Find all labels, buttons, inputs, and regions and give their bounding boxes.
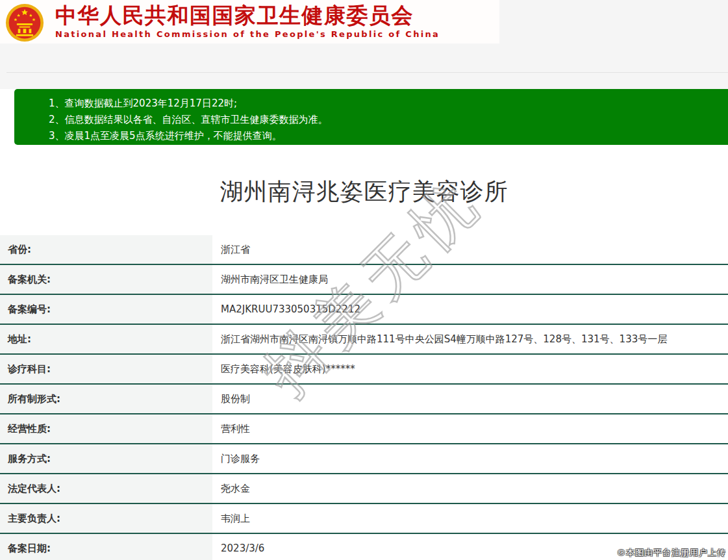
table-row-treatment-subjects: 诊疗科目: 医疗美容科(美容皮肤科)****** [0, 355, 728, 385]
site-title-zh: 中华人民共和国国家卫生健康委员会 [55, 5, 440, 27]
table-row-filing-number: 备案编号: MA2JKRUU733050315D2212 [0, 295, 728, 325]
notice-line-2: 2、信息数据结果以各省、自治区、直辖市卫生健康委数据为准。 [49, 112, 728, 128]
row-value: 湖州市南浔区卫生健康局 [212, 265, 728, 294]
notice-banner: 1、查询数据截止到2023年12月17日22时; 2、信息数据结果以各省、自治区… [14, 89, 728, 145]
row-value: 浙江省 [212, 235, 728, 264]
row-value: 医疗美容科(美容皮肤科)****** [212, 355, 728, 383]
notice-line-1: 1、查询数据截止到2023年12月17日22时; [49, 95, 728, 112]
row-label: 经营性质: [0, 414, 212, 443]
site-title-group: 中华人民共和国国家卫生健康委员会 National Health Commiss… [55, 5, 440, 39]
copyright-watermark: ©本图由平台注册用户上传 [617, 547, 726, 559]
notice-line-3: 3、凌晨1点至凌晨5点系统进行维护，不能提供查询。 [49, 128, 728, 144]
table-row-operating-nature: 经营性质: 营利性 [0, 414, 728, 444]
row-value: 门诊服务 [212, 444, 728, 473]
row-value: 股份制 [212, 385, 728, 413]
row-value: 韦润上 [212, 504, 728, 533]
table-row-province: 省份: 浙江省 [0, 235, 728, 265]
row-label: 法定代表人: [0, 474, 212, 503]
row-value: 尧水金 [212, 474, 728, 503]
site-title-en: National Health Commission of the People… [55, 29, 440, 39]
row-label: 所有制形式: [0, 385, 212, 413]
row-label: 备案日期: [0, 534, 212, 560]
row-label: 备案机关: [0, 265, 212, 294]
table-row-address: 地址: 浙江省湖州市南浔区南浔镇万顺中路111号中央公园S4幢万顺中路127号、… [0, 325, 728, 355]
row-label: 地址: [0, 325, 212, 353]
row-label: 主要负责人: [0, 504, 212, 533]
row-value: 浙江省湖州市南浔区南浔镇万顺中路111号中央公园S4幢万顺中路127号、128号… [212, 325, 728, 353]
table-row-principal: 主要负责人: 韦润上 [0, 504, 728, 534]
header-divider-line [6, 72, 728, 73]
row-label: 诊疗科目: [0, 355, 212, 383]
row-label: 备案编号: [0, 295, 212, 324]
row-label: 服务方式: [0, 444, 212, 473]
record-info-table: 省份: 浙江省 备案机关: 湖州市南浔区卫生健康局 备案编号: MA2JKRUU… [0, 235, 728, 560]
table-row-filing-authority: 备案机关: 湖州市南浔区卫生健康局 [0, 265, 728, 295]
site-header: 中华人民共和国国家卫生健康委员会 National Health Commiss… [0, 0, 499, 44]
table-row-legal-representative: 法定代表人: 尧水金 [0, 474, 728, 504]
national-emblem-icon [5, 3, 44, 43]
row-value: MA2JKRUU733050315D2212 [212, 295, 728, 324]
table-row-service-mode: 服务方式: 门诊服务 [0, 444, 728, 474]
table-row-ownership-form: 所有制形式: 股份制 [0, 385, 728, 414]
row-label: 省份: [0, 235, 212, 264]
row-value: 营利性 [212, 414, 728, 443]
page-title: 湖州南浔兆姿医疗美容诊所 [0, 176, 728, 208]
